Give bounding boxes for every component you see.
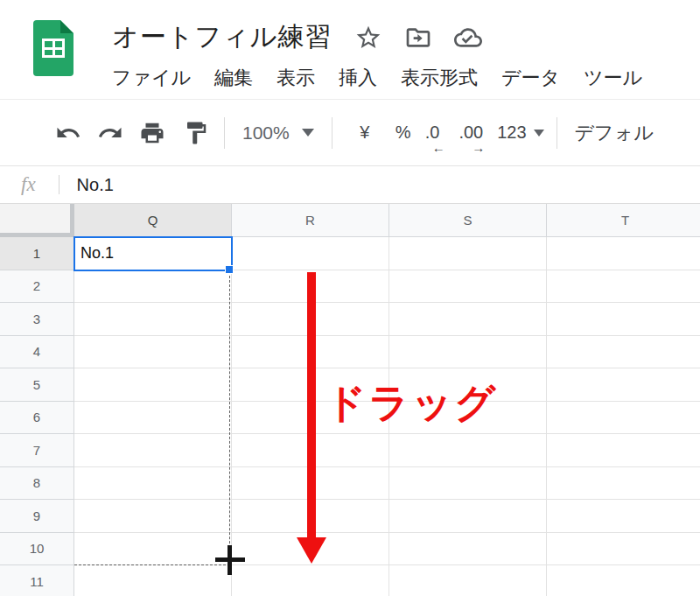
cell-Q2[interactable] bbox=[74, 270, 232, 304]
formula-bar: fx No.1 bbox=[0, 166, 700, 204]
move-to-folder-icon[interactable] bbox=[404, 24, 432, 52]
cell-T3[interactable] bbox=[547, 303, 700, 336]
cell-T8[interactable] bbox=[547, 467, 700, 501]
cell-R11[interactable] bbox=[232, 565, 389, 596]
cell-S11[interactable] bbox=[389, 565, 547, 596]
cell-S8[interactable] bbox=[389, 467, 547, 501]
row-header-9[interactable]: 9 bbox=[0, 500, 74, 533]
row-header-10[interactable]: 10 bbox=[0, 533, 74, 566]
format-percent-button[interactable]: % bbox=[390, 123, 416, 143]
toolbar: 100% ¥ % .0 ← .00 → 123 デフォル bbox=[0, 99, 700, 166]
menu-bar: ファイル 編集 表示 挿入 表示形式 データ ツール bbox=[112, 65, 642, 91]
chevron-down-icon bbox=[534, 130, 544, 137]
fill-preview-dashed-line-horizontal bbox=[74, 564, 230, 565]
row-header-2[interactable]: 2 bbox=[0, 270, 74, 304]
fill-preview-dashed-line-vertical bbox=[229, 276, 230, 565]
undo-icon bbox=[55, 120, 81, 146]
cell-Q8[interactable] bbox=[74, 467, 232, 501]
column-header-R[interactable]: R bbox=[232, 204, 389, 237]
drag-arrow-shaft bbox=[307, 272, 316, 540]
row-header-6[interactable]: 6 bbox=[0, 402, 74, 435]
print-button[interactable] bbox=[136, 117, 168, 149]
column-header-T[interactable]: T bbox=[547, 204, 700, 237]
cell-Q9[interactable] bbox=[74, 500, 232, 533]
more-formats-button[interactable]: 123 bbox=[497, 123, 543, 143]
row-header-7[interactable]: 7 bbox=[0, 434, 74, 467]
paint-format-icon bbox=[183, 120, 209, 146]
menu-item-data[interactable]: データ bbox=[501, 65, 560, 91]
cell-T5[interactable] bbox=[547, 368, 700, 402]
cell-S2[interactable] bbox=[389, 270, 547, 304]
cell-Q3[interactable] bbox=[74, 303, 232, 336]
cell-S10[interactable] bbox=[389, 533, 547, 566]
cell-T4[interactable] bbox=[547, 336, 700, 369]
format-currency-button[interactable]: ¥ bbox=[352, 123, 378, 143]
document-title[interactable]: オートフィル練習 bbox=[112, 19, 332, 55]
menu-item-insert[interactable]: 挿入 bbox=[339, 65, 377, 91]
row-header-4[interactable]: 4 bbox=[0, 336, 74, 369]
menu-item-file[interactable]: ファイル bbox=[112, 65, 191, 91]
cell-T6[interactable] bbox=[547, 402, 700, 435]
cell-Q1[interactable]: No.1 bbox=[74, 237, 232, 270]
cell-T9[interactable] bbox=[547, 500, 700, 533]
cell-Q7[interactable] bbox=[74, 434, 232, 467]
paint-format-button[interactable] bbox=[180, 117, 212, 149]
zoom-control[interactable]: 100% bbox=[242, 123, 314, 144]
undo-button[interactable] bbox=[52, 117, 84, 149]
increase-decimal-label: .00 bbox=[458, 123, 483, 142]
cell-R1[interactable] bbox=[232, 237, 389, 270]
logo-table-glyph bbox=[42, 39, 65, 58]
formula-input[interactable]: No.1 bbox=[77, 175, 114, 195]
column-header-Q[interactable]: Q bbox=[74, 204, 232, 237]
drag-arrow-head bbox=[297, 537, 326, 564]
cell-T11[interactable] bbox=[547, 565, 700, 596]
cell-Q4[interactable] bbox=[74, 336, 232, 369]
row-header-5[interactable]: 5 bbox=[0, 368, 74, 402]
cell-Q5[interactable] bbox=[74, 368, 232, 402]
fill-handle[interactable] bbox=[225, 265, 234, 274]
cell-T10[interactable] bbox=[547, 533, 700, 566]
crosshair-cursor bbox=[215, 545, 245, 575]
cell-T7[interactable] bbox=[547, 434, 700, 467]
cell-Q6[interactable] bbox=[74, 402, 232, 435]
logo-fold bbox=[60, 20, 74, 33]
font-family-selector[interactable]: デフォル bbox=[575, 120, 654, 146]
cell-Q10[interactable] bbox=[74, 533, 232, 566]
cell-S7[interactable] bbox=[389, 434, 547, 467]
menu-item-tools[interactable]: ツール bbox=[584, 65, 642, 91]
redo-button[interactable] bbox=[94, 117, 126, 149]
fx-icon: fx bbox=[21, 173, 36, 196]
menu-item-view[interactable]: 表示 bbox=[276, 65, 315, 91]
cell-S4[interactable] bbox=[389, 336, 547, 369]
increase-decimal-button[interactable]: .00 → bbox=[458, 123, 483, 143]
grid-corner[interactable] bbox=[0, 204, 74, 237]
drag-annotation-label: ドラッグ bbox=[326, 376, 497, 431]
arrow-right-icon: → bbox=[472, 140, 485, 155]
print-icon bbox=[139, 120, 165, 146]
cloud-saved-icon[interactable] bbox=[454, 24, 482, 52]
cell-S1[interactable] bbox=[389, 237, 547, 270]
title-row: オートフィル練習 bbox=[112, 19, 482, 55]
row-header-8[interactable]: 8 bbox=[0, 467, 74, 501]
formula-bar-separator bbox=[59, 175, 60, 194]
cell-S9[interactable] bbox=[389, 500, 547, 533]
toolbar-separator bbox=[332, 117, 332, 149]
cell-T2[interactable] bbox=[547, 270, 700, 304]
decrease-decimal-button[interactable]: .0 ← bbox=[425, 123, 440, 143]
sheets-logo[interactable] bbox=[33, 20, 74, 76]
arrow-left-icon: ← bbox=[432, 140, 445, 155]
cell-S3[interactable] bbox=[389, 303, 547, 336]
row-header-11[interactable]: 11 bbox=[0, 565, 74, 596]
row-header-3[interactable]: 3 bbox=[0, 303, 74, 336]
titlebar: オートフィル練習 ファイル 編集 表示 挿入 表示形式 データ ツール bbox=[0, 0, 700, 99]
star-icon[interactable] bbox=[354, 24, 382, 52]
column-header-S[interactable]: S bbox=[389, 204, 547, 237]
redo-icon bbox=[97, 120, 123, 146]
cell-Q11[interactable] bbox=[74, 565, 232, 596]
menu-item-edit[interactable]: 編集 bbox=[214, 65, 253, 91]
menu-item-format[interactable]: 表示形式 bbox=[401, 65, 478, 91]
toolbar-separator bbox=[224, 117, 225, 149]
decrease-decimal-label: .0 bbox=[425, 123, 440, 142]
row-header-1[interactable]: 1 bbox=[0, 237, 74, 270]
cell-T1[interactable] bbox=[547, 237, 700, 270]
